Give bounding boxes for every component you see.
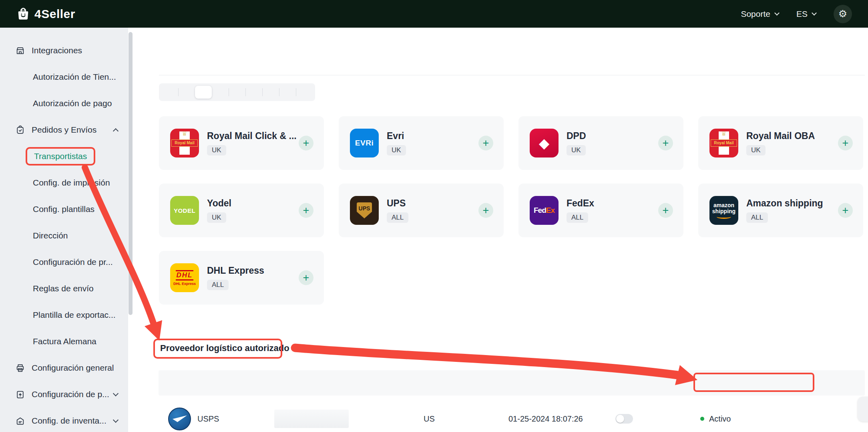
add-carrier-button[interactable]: + (299, 136, 313, 151)
country-filter-bar (159, 83, 315, 101)
carrier-card: ◆ DPD UK + (518, 116, 683, 170)
carrier-name: FedEx (567, 198, 594, 209)
country-filter-chip[interactable] (195, 86, 212, 99)
carrier-info: Yodel UK (207, 198, 231, 223)
section-title: Proveedor logístico autorizado (160, 343, 289, 353)
carrier-name: Royal Mail OBA (746, 131, 815, 141)
sidebar-item[interactable]: Dirección (0, 222, 128, 249)
sidebar-scrollbar-thumb[interactable] (129, 32, 133, 315)
carrier-info: Royal Mail Click & ... UK (207, 131, 297, 155)
carrier-logo: ◆ (530, 129, 559, 157)
sidebar-item-label: Config. de inventa... (32, 416, 106, 426)
brand-logo[interactable]: 4Seller (16, 7, 75, 21)
add-carrier-button[interactable]: + (658, 136, 673, 151)
country-filter-chip[interactable] (296, 86, 313, 99)
edge-floating-widget[interactable] (858, 397, 868, 422)
sidebar-item[interactable]: Configuración de p... (0, 381, 128, 408)
carrier-grid: ♕ Royal Mail Royal Mail Click & ... UK +… (159, 116, 865, 305)
logo-text: Royal Mail (711, 139, 737, 147)
sidebar-item-label: Integraciones (32, 46, 82, 55)
country-filter-chip[interactable] (229, 86, 245, 99)
carrier-info: UPS ALL (387, 198, 408, 223)
carrier-info: Evri UK (387, 131, 406, 155)
sidebar-item[interactable]: Configuración general (0, 355, 128, 381)
sidebar-item[interactable]: Reglas de envío (0, 275, 128, 302)
sidebar-item-icon (15, 363, 25, 373)
sidebar-item[interactable]: Factura Alemana (0, 328, 128, 355)
carrier-name: DHL Express (207, 265, 264, 276)
carrier-tabs (159, 40, 865, 75)
sidebar-item[interactable]: Config. de impresión (0, 170, 128, 196)
sidebar-item-label: Plantilla de exportac... (33, 310, 116, 320)
sidebar-item[interactable]: Autorización de Tien... (0, 64, 128, 90)
add-carrier-button[interactable]: + (478, 136, 493, 151)
logo-text-secondary: Ex (546, 206, 555, 215)
crown-icon: ♕ (170, 130, 199, 137)
sidebar-item[interactable]: Plantilla de exportac... (0, 302, 128, 328)
redacted-custom-name (274, 410, 349, 428)
sidebar-item[interactable]: Config. de inventa... (0, 408, 128, 432)
carrier-name: DPD (567, 131, 586, 141)
sidebar-item[interactable]: Configuración de pr... (0, 249, 128, 275)
plus-icon: + (303, 137, 309, 149)
carrier-name: USPS (197, 414, 219, 424)
support-dropdown[interactable]: Soporte (741, 9, 779, 19)
country-filter-chip[interactable] (279, 86, 296, 99)
sidebar-item[interactable]: Pedidos y Envíos (0, 117, 128, 143)
logo-text-secondary: shipping (712, 208, 735, 214)
chevron-icon (113, 128, 119, 134)
plus-icon: + (483, 137, 489, 149)
shopping-bag-logo-icon (16, 7, 30, 21)
carrier-logo: YODEL (170, 196, 199, 225)
plus-icon: + (303, 204, 309, 216)
sidebar-item-label: Configuración de pr... (33, 257, 113, 267)
country-filter-chip[interactable] (262, 86, 279, 99)
add-carrier-button[interactable]: + (838, 136, 853, 151)
country-filter-chip[interactable] (212, 86, 229, 99)
sidebar-item-label: Autorización de pago (33, 99, 112, 108)
country-filter-chip[interactable] (161, 86, 178, 99)
settings-button[interactable]: ⚙ (834, 5, 852, 23)
countries-cell: US (414, 414, 499, 424)
add-carrier-button[interactable]: + (658, 203, 673, 218)
sidebar-item-label: Dirección (33, 231, 68, 240)
carrier-region-tag: UK (207, 212, 226, 223)
sidebar-item-label: Factura Alemana (33, 337, 96, 346)
logo-text: Fed (534, 206, 546, 215)
crown-icon: ♕ (709, 130, 738, 137)
sidebar-item-icon (15, 416, 25, 426)
enabled-toggle-off[interactable] (615, 414, 633, 424)
sidebar-item[interactable]: Config. plantillas (0, 196, 128, 222)
logo-text-secondary: DHL Express (173, 282, 196, 286)
carrier-card: ♕ Royal Mail Royal Mail OBA UK + (698, 116, 863, 170)
carrier-card: ♕ Royal Mail Royal Mail Click & ... UK + (159, 116, 324, 170)
chevron-down-icon (812, 10, 817, 16)
sidebar-item[interactable]: Transportistas (0, 143, 128, 170)
sidebar-item[interactable]: Integraciones (0, 37, 128, 64)
logo-text: DHL (176, 270, 194, 281)
country-filter-chip[interactable] (245, 86, 262, 99)
logo-text: EVRi (355, 139, 374, 147)
chevron-icon (113, 390, 119, 396)
sidebar-item-label: Configuración general (32, 363, 114, 373)
status-label: Activo (709, 414, 731, 424)
language-dropdown[interactable]: ES (796, 9, 816, 19)
country-filter-chip[interactable] (178, 86, 195, 99)
actions-cell (776, 416, 865, 422)
carrier-card: EVRi Evri UK + (339, 116, 504, 170)
add-carrier-button[interactable]: + (838, 203, 853, 218)
carrier-region-tag: ALL (387, 212, 408, 223)
table-row: USPS US 01-25-2024 18:07:26 Activo (159, 396, 865, 432)
gear-icon: ⚙ (838, 8, 847, 20)
add-carrier-button[interactable]: + (299, 271, 313, 285)
status-dot-icon (700, 417, 704, 421)
carrier-region-tag: ALL (746, 212, 768, 223)
add-carrier-button[interactable]: + (478, 203, 493, 218)
logo-text: amazon (713, 202, 734, 208)
sidebar-item[interactable]: Autorización de pago (0, 90, 128, 117)
carrier-logo: ♕ Royal Mail (709, 129, 738, 157)
add-carrier-button[interactable]: + (299, 203, 313, 218)
carrier-card: UPS UPS ALL + (339, 184, 504, 237)
sidebar-item-label: Config. de impresión (33, 178, 110, 188)
carrier-region-tag: UK (207, 145, 226, 155)
